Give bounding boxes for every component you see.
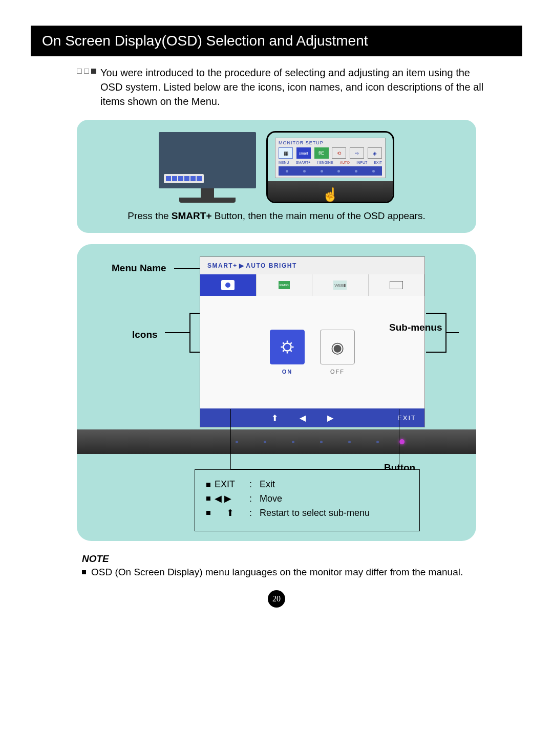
bright-icon <box>221 280 235 290</box>
ratio-icon: RATIO <box>279 281 290 289</box>
button-tip-box: EXIT : Exit ◀ ▶ : Move ⬆ : Restart to se… <box>195 469 420 531</box>
monitor-illustration <box>159 132 256 203</box>
osd-nav-bar: ⬆ ◀ ▶ EXIT <box>200 408 424 427</box>
tip-move-key: ◀ ▶ <box>215 493 245 504</box>
tip-restart-key: ⬆ <box>215 507 245 519</box>
bulb-on-icon <box>280 339 295 355</box>
osd-tabs: RATIO WEB▮ <box>200 274 424 296</box>
zoom-callout: MONITOR SETUP ▦ smart f/E ⟲ ⇨ ◈ MENU SMA… <box>266 131 394 203</box>
tip-exit-key: EXIT <box>215 479 245 490</box>
smart-icon: smart <box>296 147 311 159</box>
label-off: OFF <box>330 369 345 375</box>
submenu-off[interactable]: ◉ <box>320 330 355 364</box>
nav-exit[interactable]: EXIT <box>397 414 416 422</box>
cinema-icon <box>390 281 403 289</box>
page-number: 20 <box>268 590 285 608</box>
input-icon: ⇨ <box>350 147 364 159</box>
tab-dual-web[interactable]: WEB▮ <box>312 274 369 296</box>
label-menu-name: Menu Name <box>112 263 166 274</box>
tab-auto-bright[interactable] <box>200 274 257 296</box>
manual-page: On Screen Display(OSD) Selection and Adj… <box>0 0 553 623</box>
note-text: OSD (On Screen Display) menu languages o… <box>91 567 463 578</box>
intro-text: You were introduced to the procedure of … <box>100 66 490 109</box>
tip-restart-desc: Restart to select sub-menu <box>260 508 370 519</box>
label-icons: Icons <box>132 329 158 340</box>
osd-body: ON ◉ OFF <box>200 296 424 408</box>
zoom-osd-panel: MONITOR SETUP ▦ smart f/E ⟲ ⇨ ◈ MENU SMA… <box>275 138 386 178</box>
tab-cinema[interactable] <box>369 274 425 296</box>
zoom-osd-title: MONITOR SETUP <box>279 140 382 145</box>
nav-up-icon[interactable]: ⬆ <box>271 413 279 423</box>
web-icon: WEB▮ <box>333 280 347 290</box>
bulb-off-icon: ◉ <box>331 338 344 356</box>
osd-breadcrumb: SMART+▶AUTO BRIGHT <box>200 257 424 274</box>
nav-right-icon[interactable]: ▶ <box>327 413 334 423</box>
power-led-icon <box>399 439 405 444</box>
top-illustration-panel: MONITOR SETUP ▦ smart f/E ⟲ ⇨ ◈ MENU SMA… <box>77 120 476 233</box>
tab-original-ratio[interactable]: RATIO <box>257 274 313 296</box>
svg-point-0 <box>284 343 291 351</box>
note-label: NOTE <box>82 553 471 565</box>
label-on: ON <box>282 369 293 375</box>
zoom-button-row <box>279 166 382 176</box>
zoom-icon-labels: MENU SMART+ f-ENGINE AUTO INPUT EXIT <box>279 161 382 164</box>
tip-exit-desc: Exit <box>260 479 275 490</box>
exit-icon: ◈ <box>368 147 382 159</box>
page-title: On Screen Display(OSD) Selection and Adj… <box>31 26 522 56</box>
bullet-squares <box>77 66 96 74</box>
note-section: NOTE OSD (On Screen Display) menu langua… <box>31 553 522 578</box>
zoom-bezel: ☝ <box>268 181 393 202</box>
menu-icon: ▦ <box>279 147 293 159</box>
monitor-bezel <box>77 429 476 454</box>
tip-move-desc: Move <box>260 493 282 504</box>
main-osd-panel: SMART+▶AUTO BRIGHT RATIO WEB▮ <box>77 244 476 541</box>
fengine-icon: f/E <box>314 147 329 159</box>
hand-cursor-icon: ☝ <box>322 187 338 203</box>
submenu-on[interactable] <box>270 330 305 364</box>
mini-osd-bar <box>164 174 204 183</box>
osd-screen: SMART+▶AUTO BRIGHT RATIO WEB▮ <box>200 256 425 427</box>
nav-left-icon[interactable]: ◀ <box>300 413 307 423</box>
intro-paragraph: You were introduced to the procedure of … <box>31 66 522 109</box>
top-caption: Press the SMART+ Button, then the main m… <box>88 210 465 222</box>
auto-icon: ⟲ <box>332 147 346 159</box>
